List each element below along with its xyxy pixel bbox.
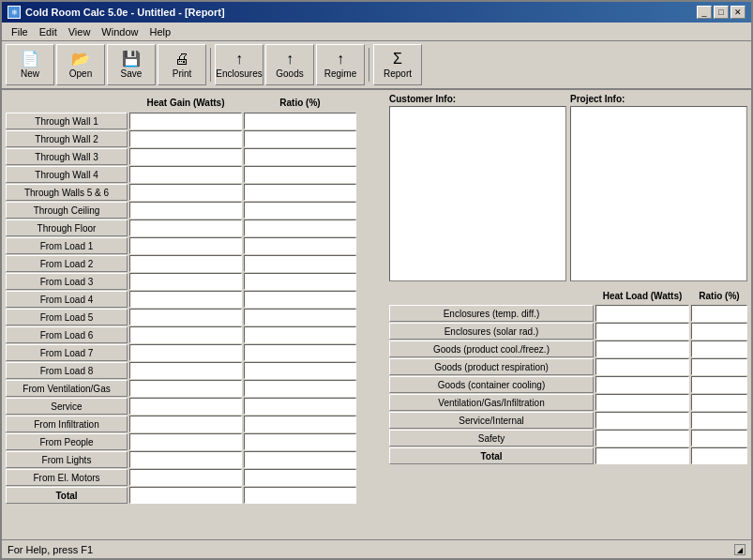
infiltration-ratio-input[interactable] — [244, 416, 356, 432]
ventgas-heat-input[interactable] — [129, 380, 242, 397]
load2-ratio-input[interactable] — [244, 255, 356, 272]
service-ratio-input[interactable] — [244, 398, 356, 415]
load5-ratio-input[interactable] — [244, 309, 356, 325]
right-table-row: Goods (product respiration) — [389, 358, 747, 375]
minimize-button[interactable]: _ — [697, 6, 712, 19]
load7-heat-input[interactable] — [129, 344, 242, 361]
load1-ratio-input[interactable] — [244, 237, 356, 254]
walls56-ratio-input[interactable] — [244, 184, 356, 201]
ceiling-ratio-input[interactable] — [244, 202, 356, 219]
maximize-button[interactable]: □ — [714, 6, 729, 19]
menu-edit[interactable]: Edit — [34, 24, 63, 39]
save-button[interactable]: 💾 Save — [107, 44, 156, 85]
safety-heat-input[interactable] — [595, 430, 689, 446]
enclosures-button[interactable]: ↑ Enclosures — [215, 44, 264, 85]
load4-ratio-input[interactable] — [244, 291, 356, 308]
menu-help[interactable]: Help — [143, 24, 176, 39]
vent-gas-heat-input[interactable] — [595, 394, 689, 411]
wall1-ratio-input[interactable] — [244, 113, 356, 129]
goods-resp-ratio-input[interactable] — [691, 358, 747, 375]
wall1-heat-input[interactable] — [129, 113, 242, 129]
service-internal-ratio-input[interactable] — [691, 412, 747, 429]
vent-gas-ratio-input[interactable] — [691, 394, 747, 411]
wall2-heat-input[interactable] — [129, 130, 242, 147]
row-label-load2: From Load 2 — [6, 255, 128, 272]
customer-info-textarea[interactable] — [389, 106, 566, 281]
enc-solar-ratio-input[interactable] — [691, 323, 747, 340]
service-heat-input[interactable] — [129, 398, 242, 415]
load5-heat-input[interactable] — [129, 309, 242, 325]
lights-heat-input[interactable] — [129, 451, 242, 468]
project-info-label: Project Info: — [570, 94, 747, 104]
open-button[interactable]: 📂 Open — [56, 44, 105, 85]
load8-ratio-input[interactable] — [244, 362, 356, 379]
row-label-lights: From Lights — [6, 451, 128, 468]
goods-container-ratio-input[interactable] — [691, 376, 747, 393]
goods-cool-ratio-input[interactable] — [691, 341, 747, 357]
floor-ratio-input[interactable] — [244, 219, 356, 236]
total-ratio-input[interactable] — [244, 487, 356, 504]
infiltration-heat-input[interactable] — [129, 416, 242, 432]
table-row: From Ventilation/Gas — [6, 380, 385, 397]
new-button[interactable]: 📄 New — [6, 44, 54, 85]
goods-container-heat-input[interactable] — [595, 376, 689, 393]
right-table-row: Total — [389, 447, 747, 464]
right-total-heat-input[interactable] — [595, 447, 689, 464]
heat-gain-header: Heat Gain (Watts) — [129, 98, 242, 108]
enc-tempdiff-heat-input[interactable] — [595, 305, 689, 322]
wall3-ratio-input[interactable] — [244, 148, 356, 165]
floor-heat-input[interactable] — [129, 219, 242, 236]
load3-heat-input[interactable] — [129, 273, 242, 290]
menu-file[interactable]: File — [6, 24, 34, 39]
load3-ratio-input[interactable] — [244, 273, 356, 290]
left-panel: Heat Gain (Watts) Ratio (%) Through Wall… — [6, 94, 385, 536]
goods-button[interactable]: ↑ Goods — [265, 44, 314, 85]
menu-window[interactable]: Window — [96, 24, 143, 39]
left-header-row: Heat Gain (Watts) Ratio (%) — [6, 94, 385, 111]
close-button[interactable]: ✕ — [730, 6, 745, 19]
ratio-header: Ratio (%) — [244, 98, 356, 108]
ceiling-heat-input[interactable] — [129, 202, 242, 219]
report-button[interactable]: Σ Report — [373, 44, 422, 85]
enc-solar-heat-input[interactable] — [595, 323, 689, 340]
right-total-ratio-input[interactable] — [691, 447, 747, 464]
wall3-heat-input[interactable] — [129, 148, 242, 165]
regime-button[interactable]: ↑ Regime — [316, 44, 365, 85]
row-label-wall2: Through Wall 2 — [6, 130, 128, 147]
load8-heat-input[interactable] — [129, 362, 242, 379]
wall4-heat-input[interactable] — [129, 166, 242, 183]
people-heat-input[interactable] — [129, 433, 242, 450]
print-button[interactable]: 🖨 Print — [158, 44, 206, 85]
load2-heat-input[interactable] — [129, 255, 242, 272]
ventgas-ratio-input[interactable] — [244, 380, 356, 397]
motors-ratio-input[interactable] — [244, 469, 356, 486]
load1-heat-input[interactable] — [129, 237, 242, 254]
lights-ratio-input[interactable] — [244, 451, 356, 468]
safety-ratio-input[interactable] — [691, 430, 747, 446]
people-ratio-input[interactable] — [244, 433, 356, 450]
wall4-ratio-input[interactable] — [244, 166, 356, 183]
total-heat-input[interactable] — [129, 487, 242, 504]
goods-cool-heat-input[interactable] — [595, 341, 689, 357]
load6-ratio-input[interactable] — [244, 326, 356, 343]
load6-heat-input[interactable] — [129, 326, 242, 343]
vent-gas-infiltr-label: Ventilation/Gas/Infiltration — [389, 394, 594, 411]
service-internal-heat-input[interactable] — [595, 412, 689, 429]
enc-tempdiff-ratio-input[interactable] — [691, 305, 747, 322]
motors-heat-input[interactable] — [129, 469, 242, 486]
load7-ratio-input[interactable] — [244, 344, 356, 361]
table-row: From Lights — [6, 451, 385, 468]
menu-view[interactable]: View — [63, 24, 97, 39]
goods-resp-heat-input[interactable] — [595, 358, 689, 375]
table-row: From Load 4 — [6, 291, 385, 308]
separator-2 — [369, 48, 369, 82]
service-internal-label: Service/Internal — [389, 412, 594, 429]
wall2-ratio-input[interactable] — [244, 130, 356, 147]
load4-heat-input[interactable] — [129, 291, 242, 308]
row-label-load7: From Load 7 — [6, 344, 128, 361]
table-row: Through Wall 2 — [6, 130, 385, 147]
project-info-textarea[interactable] — [570, 106, 747, 281]
walls56-heat-input[interactable] — [129, 184, 242, 201]
row-label-wall1: Through Wall 1 — [6, 113, 128, 129]
resize-grip-icon: ◢ — [734, 544, 745, 555]
